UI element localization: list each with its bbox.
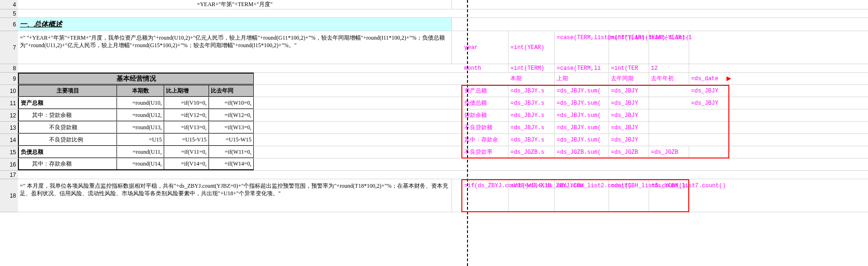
red-arrow-icon (726, 76, 731, 81)
r9c4[interactable]: 去年同期 (609, 73, 649, 84)
r12c1[interactable]: 贷款余额 (462, 109, 509, 121)
r7c5[interactable]: =int(YEAR)-1 (649, 31, 689, 64)
td-15-1[interactable]: =round(U11, (117, 146, 164, 158)
td-16-2[interactable]: =if(V14=0, (164, 158, 209, 170)
spreadsheet-view: 456789101112131415161718 =YEAR+"年第"+TERM… (0, 0, 868, 266)
td-14-0[interactable]: 不良贷款比例 (18, 134, 117, 146)
td-11-0[interactable]: 资产总额 (18, 97, 117, 109)
row-header-12[interactable]: 12 (0, 109, 18, 122)
td-12-1[interactable]: =round(U12, (117, 109, 164, 121)
td-15-3[interactable]: =if(W11=0, (209, 146, 254, 158)
r14c4[interactable]: =ds_JBJY (609, 134, 649, 146)
row-header-8[interactable]: 8 (0, 64, 18, 73)
td-12-0[interactable]: 其中：贷款余额 (18, 109, 117, 121)
r12c4[interactable]: =ds_JBJY (609, 109, 649, 121)
td-14-3[interactable]: =U15-W15 (209, 134, 254, 146)
row-header-10[interactable]: 10 (0, 85, 18, 97)
r18c1[interactable]: =if(ds_ZBYJ.count()=0,0,ds_ZBYJ.cou (462, 179, 509, 212)
row-header-14[interactable]: 14 (0, 134, 18, 146)
r8c2[interactable]: =int(TERM) (509, 64, 555, 72)
table-title[interactable]: 基本经营情况 (18, 73, 254, 84)
r11c1[interactable]: 负债总额 (462, 97, 509, 109)
td-16-1[interactable]: =round(U14, (117, 158, 164, 170)
td-11-2[interactable]: =if(V10=0, (164, 97, 209, 109)
row-header-7[interactable]: 7 (0, 31, 18, 64)
r10c1[interactable]: 资产总额 (462, 85, 509, 97)
r9c2[interactable]: 本期 (509, 73, 555, 84)
r12c3[interactable]: =ds_JBJY.sum( (555, 109, 609, 121)
row-header-18[interactable]: 18 (0, 179, 18, 212)
row-header-13[interactable]: 13 (0, 122, 18, 134)
td-14-1[interactable]: =U15 (117, 134, 164, 146)
th-1[interactable]: 本期数 (117, 85, 164, 97)
td-15-2[interactable]: =if(V11=0, (164, 146, 209, 158)
td-13-1[interactable]: =round(U13, (117, 122, 164, 133)
r13c3[interactable]: =ds_JBJY.sum( (555, 122, 609, 133)
r10c2[interactable]: =ds_JBJY.s (509, 85, 555, 97)
paragraph-cell[interactable]: =" "+YEAR+"年第"+TERM+"月度，我单位资产总额为"+round(… (18, 31, 452, 64)
row-header-5[interactable]: 5 (0, 9, 18, 18)
row-header-15[interactable]: 15 (0, 146, 18, 158)
grid-area[interactable]: =YEAR+"年第"+TERM+"月度" 一、总体概述 =" "+YEAR+"年… (18, 0, 868, 266)
r11c6[interactable]: =ds_JBJY (689, 97, 729, 109)
r9c3[interactable]: 上期 (555, 73, 609, 84)
td-11-1[interactable]: =round(U10, (117, 97, 164, 109)
td-12-3[interactable]: =if(W12=0, (209, 109, 254, 121)
r9c6[interactable]: =ds_date (689, 73, 729, 84)
r15c2[interactable]: =ds_JGZB.s (509, 146, 555, 158)
r9c5[interactable]: 去年年初 (649, 73, 689, 84)
title-cell[interactable]: =YEAR+"年第"+TERM+"月度" (18, 0, 452, 9)
r15c3[interactable]: =ds_JGZB.sum( (555, 146, 609, 158)
row-header-17[interactable]: 17 (0, 171, 18, 179)
r11c4[interactable]: =ds_JBJY (609, 97, 649, 109)
page-break-guide (467, 0, 468, 266)
r7c4[interactable]: =int(YEAR)-1 (609, 31, 649, 64)
row-header-16[interactable]: 16 (0, 158, 18, 171)
r10c3[interactable]: =ds_JBJY.sum( (555, 85, 609, 97)
r15c5[interactable]: =ds_JGZB (649, 146, 689, 158)
r18c4[interactable]: =ds_YCBH_list5.count() (609, 179, 649, 212)
r13c2[interactable]: =ds_JBJY.s (509, 122, 555, 133)
r18c3[interactable]: =ds_YCBH_list2.count() (555, 179, 609, 212)
r13c1[interactable]: 不良贷款额 (462, 122, 509, 133)
r13c4[interactable]: =ds_JBJY (609, 122, 649, 133)
td-13-0[interactable]: 不良贷款额 (18, 122, 117, 133)
r15c1[interactable]: 不良贷款率 (462, 146, 509, 158)
r14c2[interactable]: =ds_JBJY.s (509, 134, 555, 146)
row-header-9[interactable]: 9 (0, 73, 18, 85)
r7c3[interactable]: =case(TERM,list@m("3"),int(YEAR)-1,int( (555, 31, 609, 64)
th-3[interactable]: 比去年同 (209, 85, 254, 97)
row-header-4[interactable]: 4 (0, 0, 18, 9)
r11c2[interactable]: =ds_JBJY.s (509, 97, 555, 109)
r7c1[interactable]: year (462, 31, 509, 64)
r15c4[interactable]: =ds_JGZB (609, 146, 649, 158)
r10c4[interactable]: =ds_JBJY (609, 85, 649, 97)
row-header-6[interactable]: 6 (0, 18, 18, 31)
r12c2[interactable]: =ds_JBJY.s (509, 109, 555, 121)
td-11-3[interactable]: =if(W10=0, (209, 97, 254, 109)
r8c1[interactable]: month (462, 64, 509, 72)
row-header-11[interactable]: 11 (0, 97, 18, 109)
r18c2[interactable]: =V18+W18+X18 (509, 179, 555, 212)
r8c3[interactable]: =case(TERM,li (555, 64, 609, 72)
r18c5[interactable]: =ds_YCBH_list7.count() (649, 179, 689, 212)
section-heading[interactable]: 一、总体概述 (18, 18, 452, 31)
td-13-2[interactable]: =if(V13=0, (164, 122, 209, 133)
r8c4[interactable]: =int(TER (609, 64, 649, 72)
td-12-2[interactable]: =if(V12=0, (164, 109, 209, 121)
th-0[interactable]: 主要项目 (18, 85, 117, 97)
r7c2[interactable]: =int(YEAR) (509, 31, 555, 64)
th-2[interactable]: 比上期增 (164, 85, 209, 97)
r10c6[interactable]: =ds_JBJY (689, 85, 729, 97)
paragraph2-cell[interactable]: =" 本月度，我单位各项风险重点监控指标数据相对平稳，共有"+ds_ZBYJ.c… (18, 179, 452, 212)
td-14-2[interactable]: =U15-V15 (164, 134, 209, 146)
td-13-3[interactable]: =if(W13=0, (209, 122, 254, 133)
td-16-3[interactable]: =if(W14=0, (209, 158, 254, 170)
r14c3[interactable]: =ds_JBJY.sum( (555, 134, 609, 146)
r8c5[interactable]: 12 (649, 64, 689, 72)
r11c3[interactable]: =ds_JBJY.sum( (555, 97, 609, 109)
td-16-0[interactable]: 其中：存款余额 (18, 158, 117, 170)
r14c1[interactable]: 其中：存款余 (462, 134, 509, 146)
td-15-0[interactable]: 负债总额 (18, 146, 117, 158)
